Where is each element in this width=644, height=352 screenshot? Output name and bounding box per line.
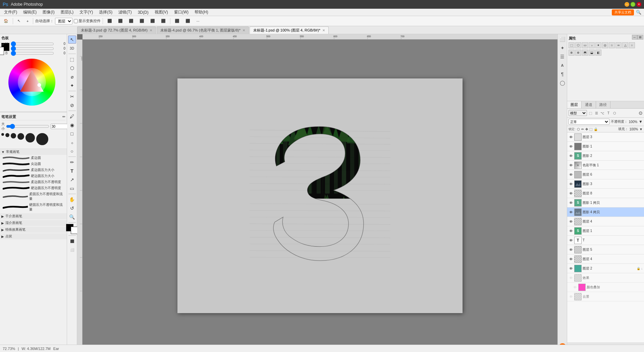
prop-icon-7[interactable]: ☆ xyxy=(609,42,615,48)
more-options-button[interactable]: ··· xyxy=(194,17,202,25)
search-icon[interactable]: 🔍 xyxy=(636,10,641,15)
distribute-v-button[interactable]: ⬛ xyxy=(183,17,193,25)
tool-zoom[interactable]: 🔍 xyxy=(68,213,76,221)
tool-marquee-ellipse[interactable]: ⬡ xyxy=(68,64,76,72)
artboard-button[interactable]: + xyxy=(24,17,31,25)
menu-item-type[interactable]: 文字(Y) xyxy=(77,9,96,16)
panel-icon-1[interactable]: ⬜ xyxy=(559,36,566,43)
panel-icon-3[interactable]: ☰ xyxy=(559,53,566,60)
tool-brush[interactable]: 🖊 xyxy=(68,112,76,120)
layer-item-4[interactable]: 👁 图层 6 xyxy=(567,170,644,179)
move-tool-button[interactable]: ↖ xyxy=(15,17,23,25)
tool-eraser[interactable]: □ xyxy=(68,130,76,138)
bri-slider[interactable] xyxy=(11,52,54,55)
prop-icon-5[interactable]: ✦ xyxy=(595,42,601,48)
brush-group-special-header[interactable]: ▶ 特殊效果画笔 xyxy=(0,227,67,233)
layer-visibility-17[interactable]: 👁 xyxy=(569,294,573,299)
layer-visibility-0[interactable]: 👁 xyxy=(569,135,573,139)
show-transform-checkbox[interactable] xyxy=(74,19,78,23)
sat-slider[interactable] xyxy=(11,47,54,50)
layer-visibility-11[interactable]: 👁 xyxy=(569,238,573,243)
layer-visibility-2[interactable]: 👁 xyxy=(569,154,573,158)
tool-pen[interactable]: ✏ xyxy=(68,158,76,166)
brush-item-soft-flow[interactable]: 柔固压力不透明度和流量 xyxy=(0,191,67,202)
align-top-button[interactable]: ⬛ xyxy=(137,17,147,25)
brush-item-hard-flow[interactable]: 硬固压力不透明度和流量 xyxy=(0,202,67,213)
panel-settings-button[interactable]: ⊞ xyxy=(637,35,643,40)
filter-icon-3[interactable]: ⌥ xyxy=(600,110,605,116)
brush-preset-2[interactable] xyxy=(5,133,9,137)
tool-clone[interactable]: ◉ xyxy=(68,121,76,129)
menu-item-image[interactable]: 图像(I) xyxy=(40,9,57,16)
layer-visibility-8[interactable]: 👁 xyxy=(569,210,573,215)
brush-preset-4[interactable] xyxy=(17,133,24,140)
opacity-value[interactable]: 100% xyxy=(629,120,638,124)
lock-paint-icon[interactable]: ✏ xyxy=(581,127,584,131)
layer-visibility-4[interactable]: 👁 xyxy=(569,172,573,177)
layer-item-7[interactable]: 👁 S 图影 1 拷贝 xyxy=(567,198,644,208)
prop-icon-9[interactable]: △ xyxy=(622,42,628,48)
layer-visibility-16[interactable]: 👁 xyxy=(573,285,577,290)
layer-visibility-12[interactable]: 👁 xyxy=(569,247,573,252)
layer-visibility-3[interactable]: 👁 xyxy=(569,163,573,168)
prop-icon-8[interactable]: ∞ xyxy=(615,42,622,48)
brush-item-hard[interactable]: 尖边圆 xyxy=(0,161,67,167)
brush-group-dots-header[interactable]: ▶ 点状 xyxy=(0,233,67,239)
blend-mode-select[interactable]: 正常 溶解 正片叠底 滤色 xyxy=(569,119,609,125)
layer-item-9[interactable]: 👁 图层 4 xyxy=(567,217,644,226)
fill-value[interactable]: 100% xyxy=(630,127,638,131)
prop-icon-3[interactable]: ▭ xyxy=(582,42,588,48)
layer-item-10[interactable]: 👁 S 图层 1 xyxy=(567,226,644,236)
tool-screen-mode[interactable]: ⬜ xyxy=(68,246,76,254)
layer-visibility-14[interactable]: 👁 xyxy=(569,266,573,271)
layer-visibility-9[interactable]: 👁 xyxy=(569,219,573,224)
filter-toggle[interactable]: ⊙ xyxy=(639,110,643,116)
panel-icon-6[interactable]: ◯ xyxy=(559,79,566,86)
panel-icon-4[interactable]: A xyxy=(559,62,566,69)
tab-paths[interactable]: 路径 xyxy=(596,101,610,108)
canvas-scroll-area[interactable] xyxy=(83,40,557,352)
align-right-button[interactable]: ⬛ xyxy=(126,17,136,25)
tool-select-3d[interactable]: 3D xyxy=(68,44,76,52)
tool-quick-mask[interactable]: ⬛ xyxy=(68,237,76,245)
tab-2[interactable]: 未标题-1.psd @ 100% (图层 4, RGB/8#)* ✕ xyxy=(250,26,329,34)
menu-item-select[interactable]: 选择(S) xyxy=(96,9,115,16)
tool-hand[interactable]: ✋ xyxy=(68,195,76,203)
cloud-sync-button[interactable]: 共享云文档 xyxy=(612,9,634,15)
brush-item-hard-opacity[interactable]: 硬边圆压力不透明度 xyxy=(0,185,67,191)
brush-group-regular-header[interactable]: ▼ 常规画笔 xyxy=(0,149,67,155)
fill-dropdown[interactable]: ▼ xyxy=(639,127,643,131)
layer-visibility-13[interactable]: 👁 xyxy=(569,257,573,261)
brush-preset-1[interactable] xyxy=(1,133,4,136)
lock-artboard-icon[interactable]: ⬚ xyxy=(589,127,592,131)
tool-marquee-rect[interactable]: ⬚ xyxy=(68,55,76,63)
layer-item-16[interactable]: 👁 颜色叠加 xyxy=(567,283,644,292)
brush-item-soft-opacity[interactable]: 柔边圆压力不透明度 xyxy=(0,179,67,185)
menu-item-help[interactable]: 帮助(H) xyxy=(192,9,211,16)
brush-preset-3[interactable] xyxy=(11,133,16,138)
layer-visibility-7[interactable]: 👁 xyxy=(569,200,573,205)
tool-lasso[interactable]: ⌀ xyxy=(68,73,76,81)
layer-item-14[interactable]: 👁 图层 2 🔒 ↓ xyxy=(567,264,644,273)
brush-item-hard-pressure[interactable]: 硬边圆压力大小 xyxy=(0,173,67,179)
prop-icon-12[interactable]: ⊕ xyxy=(575,50,581,56)
show-transform-label[interactable]: 显示变换控件 xyxy=(74,18,101,23)
prop-icon-6[interactable]: ◎ xyxy=(602,42,608,48)
prop-icon-2[interactable]: ⬡ xyxy=(575,42,581,48)
layer-item-11[interactable]: 👁 T T xyxy=(567,236,644,245)
brush-size-slider[interactable] xyxy=(6,125,49,128)
panel-icon-2[interactable]: ✦ xyxy=(559,44,566,52)
tool-gradient[interactable]: ⬦ xyxy=(68,138,76,146)
layer-item-17[interactable]: 👁 云景 xyxy=(567,292,644,301)
distribute-h-button[interactable]: ⬛ xyxy=(172,17,182,25)
layer-item-12[interactable]: 👁 图层 5 xyxy=(567,245,644,254)
layer-filter-type[interactable]: 模型 名称 xyxy=(569,110,587,116)
menu-item-file[interactable]: 文件(F) xyxy=(1,9,20,16)
tab-0-close[interactable]: ✕ xyxy=(150,28,152,32)
align-left-button[interactable]: ⬛ xyxy=(105,17,114,25)
filter-icon-4[interactable]: T xyxy=(606,110,611,116)
prop-icon-13[interactable]: ⬒ xyxy=(582,50,588,56)
layer-item-15[interactable]: 👁 效果 xyxy=(567,273,644,283)
menu-item-view[interactable]: 视图(V) xyxy=(152,9,171,16)
maximize-button[interactable]: □ xyxy=(631,2,635,7)
